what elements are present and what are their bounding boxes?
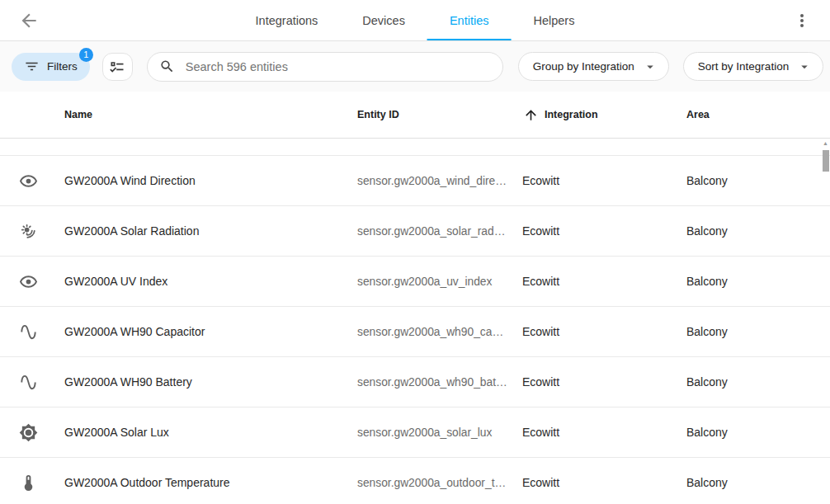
entity-area: Balcony [678, 224, 830, 238]
entity-integration: Ecowitt [522, 476, 678, 489]
entity-integration: Ecowitt [522, 275, 678, 288]
sun-wireless-icon [19, 222, 38, 241]
entity-table-body: GW2000A Wind Direction sensor.gw2000a_wi… [0, 156, 830, 504]
back-arrow-icon[interactable] [18, 10, 40, 31]
filters-button[interactable]: Filters 1 [12, 53, 90, 81]
filter-icon [24, 59, 40, 74]
entity-area: Balcony [678, 375, 830, 389]
entity-area: Balcony [678, 325, 830, 338]
chevron-down-icon [797, 59, 812, 74]
table-header: Name Entity ID Integration Area [0, 92, 830, 139]
sine-wave-icon [19, 373, 38, 392]
sort-ascending-icon [523, 107, 539, 123]
table-row[interactable]: GW2000A Outdoor Temperature sensor.gw200… [0, 458, 830, 504]
table-row[interactable]: GW2000A WH90 Battery sensor.gw2000a_wh90… [0, 357, 830, 407]
entity-name: GW2000A UV Index [56, 275, 357, 288]
entity-area: Balcony [678, 275, 830, 288]
entity-id-column-header[interactable]: Entity ID [357, 109, 522, 120]
entity-integration: Ecowitt [522, 224, 678, 238]
group-by-dropdown[interactable]: Group by Integration [518, 52, 669, 81]
column-settings-button[interactable] [102, 53, 133, 81]
entity-id: sensor.gw2000a_wh90_bat… [357, 376, 522, 389]
scroll-up-icon[interactable]: ▲ [823, 140, 828, 146]
kebab-menu-icon[interactable] [792, 11, 812, 31]
entity-integration: Ecowitt [522, 426, 678, 439]
entity-id: sensor.gw2000a_wind_dire… [357, 175, 522, 187]
entity-name: GW2000A Outdoor Temperature [56, 476, 357, 489]
name-column-header[interactable]: Name [56, 109, 357, 120]
tab-helpers[interactable]: Helpers [511, 0, 597, 40]
entity-name: GW2000A Solar Lux [56, 426, 357, 439]
table-row[interactable]: GW2000A Solar Lux sensor.gw2000a_solar_l… [0, 407, 830, 458]
filters-label: Filters [47, 60, 78, 73]
integration-column-label: Integration [545, 109, 598, 120]
tab-integrations[interactable]: Integrations [233, 0, 341, 40]
eye-icon [19, 272, 38, 291]
search-field[interactable] [147, 52, 503, 82]
vertical-scrollbar[interactable]: ▲ [821, 137, 830, 504]
entity-name: GW2000A Solar Radiation [56, 224, 357, 238]
scrollbar-thumb[interactable] [823, 150, 829, 172]
group-by-label: Group by Integration [533, 60, 634, 73]
top-app-bar: IntegrationsDevicesEntitiesHelpers [0, 0, 830, 41]
brightness-icon [19, 423, 38, 442]
entity-name: GW2000A WH90 Battery [56, 375, 357, 389]
sort-by-dropdown[interactable]: Sort by Integration [683, 52, 823, 81]
search-icon [159, 59, 175, 74]
entity-integration: Ecowitt [522, 325, 678, 338]
entity-id: sensor.gw2000a_wh90_ca… [357, 326, 522, 338]
entity-integration: Ecowitt [522, 375, 678, 389]
entity-area: Balcony [678, 174, 830, 187]
entity-area: Balcony [678, 426, 830, 439]
chevron-down-icon [643, 59, 658, 74]
integration-column-header[interactable]: Integration [522, 107, 678, 123]
list-checks-icon [109, 59, 125, 75]
entity-id: sensor.gw2000a_solar_lux [357, 426, 522, 439]
partial-row [0, 139, 830, 156]
entity-id: sensor.gw2000a_outdoor_t… [357, 477, 522, 489]
tab-bar: IntegrationsDevicesEntitiesHelpers [233, 0, 597, 40]
entity-integration: Ecowitt [522, 174, 678, 187]
table-row[interactable]: GW2000A Wind Direction sensor.gw2000a_wi… [0, 156, 830, 206]
tab-devices[interactable]: Devices [340, 0, 427, 40]
sort-by-label: Sort by Integration [698, 60, 789, 73]
table-row[interactable]: GW2000A WH90 Capacitor sensor.gw2000a_wh… [0, 307, 830, 357]
filter-toolbar: Filters 1 Group by Integration Sort by I… [0, 41, 830, 92]
eye-icon [19, 172, 38, 191]
search-input[interactable] [184, 59, 491, 74]
entity-id: sensor.gw2000a_solar_rad… [357, 225, 522, 238]
tab-entities[interactable]: Entities [427, 0, 512, 40]
entity-id: sensor.gw2000a_uv_index [357, 276, 522, 288]
entity-area: Balcony [678, 476, 830, 489]
entity-name: GW2000A Wind Direction [56, 174, 357, 187]
entity-name: GW2000A WH90 Capacitor [56, 325, 357, 338]
area-column-header[interactable]: Area [678, 109, 830, 120]
table-row[interactable]: GW2000A UV Index sensor.gw2000a_uv_index… [0, 257, 830, 307]
table-row[interactable]: GW2000A Solar Radiation sensor.gw2000a_s… [0, 206, 830, 257]
filters-badge: 1 [79, 48, 93, 62]
sine-wave-icon [19, 323, 38, 341]
thermometer-icon [19, 473, 38, 492]
